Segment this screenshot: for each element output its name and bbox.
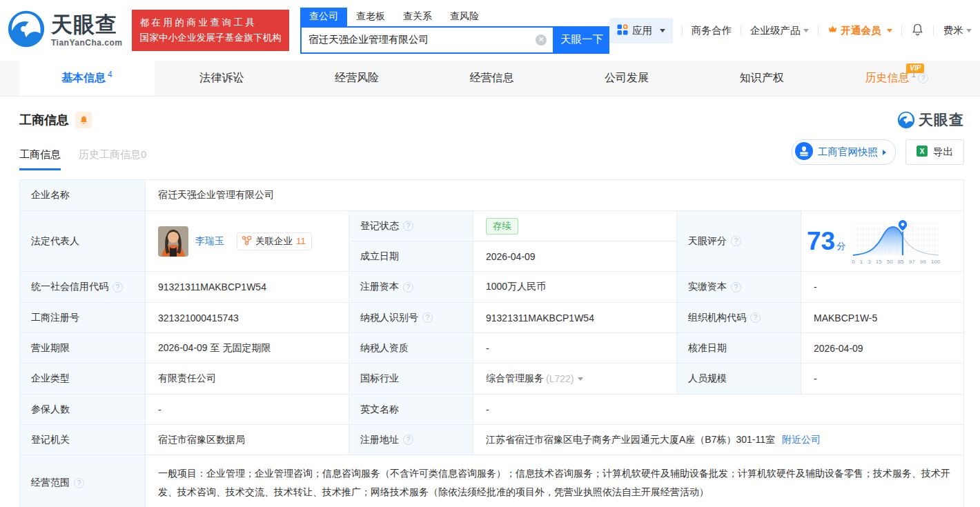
nav-cooperation[interactable]: 商务合作 — [692, 24, 732, 37]
field-label-reg-number: 工商注册号 — [20, 303, 146, 333]
field-label-business-term: 营业期限 — [20, 333, 146, 364]
help-icon[interactable]: ? — [731, 236, 741, 246]
network-icon — [242, 235, 252, 248]
subscribe-bell-button[interactable] — [75, 112, 92, 128]
search-tab-risk[interactable]: 查风险 — [441, 8, 488, 26]
tab-company-development[interactable]: 公司发展 — [559, 61, 694, 96]
watermark-text: 天眼查 — [919, 110, 964, 130]
header: 天眼查 TianYanCha.com 都在用的商业查询工具 国家中小企业发展子基… — [0, 0, 980, 61]
status-badge: 存续 — [486, 218, 518, 235]
field-value-industry[interactable]: 综合管理服务 (L722) — [473, 364, 677, 395]
help-icon[interactable]: ? — [731, 282, 741, 292]
official-snapshot-button[interactable]: 工商官网快照 — [792, 139, 896, 165]
field-value-insured-count: - — [146, 395, 349, 425]
help-icon[interactable]: ? — [403, 282, 413, 292]
search-input[interactable] — [302, 34, 536, 46]
tab-label: 经营风险 — [335, 71, 379, 86]
tab-legal-litigation[interactable]: 法律诉讼 — [155, 61, 290, 96]
related-companies-badge[interactable]: 关联企业 11 — [237, 232, 312, 250]
field-value-org-code: MAKBCP1W-5 — [801, 303, 963, 333]
field-label-legal-rep: 法定代表人 — [20, 211, 146, 272]
field-label-insured-count: 参保人数 — [20, 395, 146, 425]
help-icon[interactable]: ? — [918, 73, 928, 83]
score-distribution-chart: 0131550859799100 — [852, 218, 940, 265]
field-value-taxpayer-id: 91321311MAKBCP1W54 — [473, 303, 677, 333]
user-menu[interactable]: 费米 — [943, 24, 972, 37]
tab-label: 基本信息 — [61, 71, 106, 86]
legal-rep-avatar[interactable] — [158, 226, 188, 257]
export-label: 导出 — [933, 146, 953, 159]
nearby-companies-link[interactable]: 附近公司 — [782, 434, 821, 446]
related-count: 11 — [296, 236, 306, 246]
snapshot-label: 工商官网快照 — [818, 146, 878, 159]
search-tab-boss[interactable]: 查老板 — [347, 8, 394, 26]
apps-menu[interactable]: 应用 — [609, 18, 673, 43]
help-icon[interactable]: ? — [74, 478, 84, 488]
subtab-business-info[interactable]: 工商信息 — [19, 148, 61, 170]
help-icon[interactable]: ? — [403, 221, 413, 231]
apps-label: 应用 — [632, 24, 652, 37]
field-label-reg-status: 登记状态 ? — [349, 211, 473, 241]
search-button[interactable]: 天眼一下 — [554, 26, 609, 54]
tab-count: 1 — [911, 70, 916, 79]
nav-enterprise-products[interactable]: 企业级产品 — [750, 24, 810, 37]
logo-title: 天眼查 — [51, 14, 122, 35]
tab-label: 知识产权 — [740, 71, 784, 86]
tab-operating-info[interactable]: 经营信息 — [424, 61, 560, 96]
tab-label: 公司发展 — [605, 71, 649, 86]
promo-banner: 都在用的商业查询工具 国家中小企业发展子基金旗下机构 — [132, 10, 289, 52]
field-label-reg-capital: 注册资本 ? — [349, 272, 473, 303]
field-value-taxpayer-qualification: - — [473, 333, 677, 364]
chevron-down-icon[interactable] — [578, 377, 583, 381]
tab-operating-risk[interactable]: 经营风险 — [289, 61, 424, 96]
main-content: 工商信息 天眼查 工商信息 历史工商信息0 — [0, 110, 980, 507]
help-icon[interactable]: ? — [422, 312, 433, 323]
field-value-business-term: 2026-04-09 至 无固定期限 — [146, 333, 349, 364]
tab-intellectual-property[interactable]: 知识产权 — [694, 61, 830, 96]
field-label-business-scope: 经营范围 ? — [20, 455, 146, 507]
notifications-button[interactable] — [911, 23, 924, 38]
field-value-reg-authority: 宿迁市宿豫区数据局 — [146, 425, 349, 455]
divider — [682, 26, 683, 36]
tab-label: 经营信息 — [470, 71, 514, 86]
score-axis-ticks: 0131550859799100 — [852, 259, 940, 265]
export-button[interactable]: X 导出 — [905, 139, 964, 165]
vip-label: 开通会员 — [841, 24, 881, 37]
chevron-down-icon — [660, 29, 665, 32]
tab-history-info[interactable]: VIP 历史信息 1 ? — [829, 61, 964, 96]
clear-search-icon[interactable]: ✕ — [536, 34, 547, 46]
tianyancha-watermark: 天眼查 — [897, 110, 964, 130]
field-label-reg-address: 注册地址 ? — [349, 425, 473, 455]
field-value-reg-capital: 1000万人民币 — [473, 272, 677, 303]
legal-rep-name-link[interactable]: 李瑞玉 — [195, 235, 224, 248]
excel-icon: X — [917, 146, 928, 159]
promo-banner-line1: 都在用的商业查询工具 — [139, 15, 282, 30]
divider — [901, 26, 902, 36]
field-label-taxpayer-id: 纳税人识别号 ? — [349, 303, 473, 333]
tab-label: 法律诉讼 — [199, 71, 244, 86]
promo-banner-line2: 国家中小企业发展子基金旗下机构 — [139, 30, 282, 46]
help-icon[interactable]: ? — [403, 435, 413, 445]
search-tab-relation[interactable]: 查关系 — [394, 8, 441, 26]
tab-basic-info[interactable]: 基本信息 4 — [19, 61, 155, 96]
search-area: 查公司 查老板 查关系 查风险 ✕ 天眼一下 — [300, 8, 609, 54]
open-vip-button[interactable]: 开通会员 — [827, 24, 892, 37]
field-value-staff-size: - — [801, 364, 963, 395]
field-value-english-name: - — [473, 395, 963, 425]
username: 费米 — [943, 24, 963, 37]
field-label-establish-date: 成立日期 — [349, 241, 473, 272]
field-label-approval-date: 核准日期 — [677, 333, 801, 364]
stamp-icon — [795, 142, 813, 162]
logo-subtitle: TianYanCha.com — [51, 38, 122, 48]
business-info-table: 企业名称 宿迁天强企业管理有限公司 法定代表人 李瑞 — [19, 179, 964, 507]
search-tab-company[interactable]: 查公司 — [300, 8, 347, 26]
field-value-company-type: 有限责任公司 — [146, 364, 349, 395]
search-box: ✕ — [300, 26, 554, 54]
subtab-history-business-info[interactable]: 历史工商信息0 — [79, 148, 146, 170]
field-value-reg-address: 江苏省宿迁市宿豫区电子商务产业园通元大厦A座（B7栋）301-11室 附近公司 — [473, 425, 963, 455]
help-icon[interactable]: ? — [112, 282, 123, 292]
help-icon[interactable]: ? — [750, 312, 761, 323]
tab-count: 4 — [108, 70, 112, 79]
tianyancha-logo[interactable]: 天眼查 TianYanCha.com — [7, 10, 122, 51]
field-label-org-code: 组织机构代码 ? — [677, 303, 801, 333]
